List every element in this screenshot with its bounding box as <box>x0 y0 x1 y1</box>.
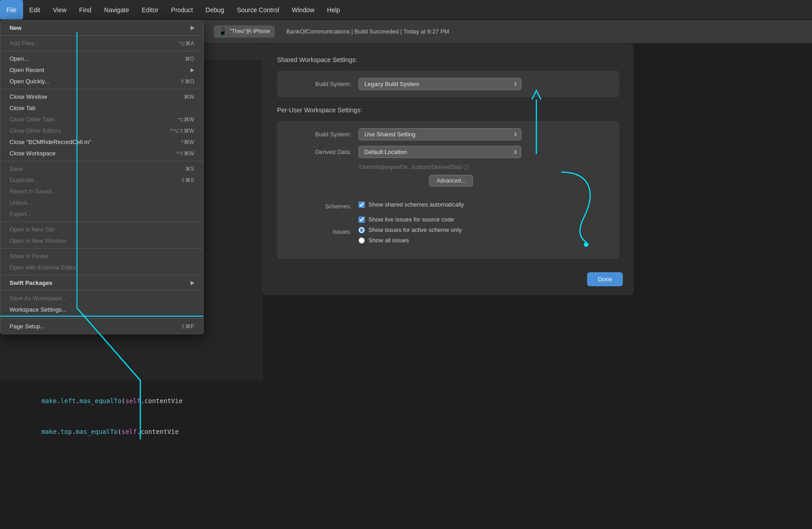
menu-item-new[interactable]: New ▶ <box>0 22 203 34</box>
menu-open-recent-label: Open Recent <box>10 67 44 73</box>
advanced-button[interactable]: Advanced... <box>429 175 473 187</box>
menubar-product-label: Product <box>171 6 193 14</box>
shared-settings-title-text: Shared Workspace Settings: <box>277 56 357 63</box>
per-user-build-system-row: Build System: Use Shared Setting Legacy … <box>288 128 608 140</box>
menubar-item-view[interactable]: View <box>47 0 73 19</box>
menu-open-new-tab-label: Open in New Tab <box>10 226 55 233</box>
advanced-button-label: Advanced... <box>437 178 465 184</box>
menu-separator-9 <box>0 318 203 319</box>
issues-live-checkbox[interactable] <box>358 216 365 223</box>
toolbar-device[interactable]: 📱 "Theo"的 iPhone <box>214 25 275 38</box>
schemes-checkbox[interactable] <box>358 202 365 208</box>
menu-item-open[interactable]: Open... ⌘O <box>0 53 203 64</box>
menubar-item-help[interactable]: Help <box>321 0 347 19</box>
per-user-build-system-label: Build System: <box>288 131 351 138</box>
shared-settings-box: Build System: Legacy Build System New Bu… <box>277 71 619 97</box>
menubar-item-source-control[interactable]: Source Control <box>230 0 285 19</box>
issues-row: Issues: Show live issues for source code… <box>288 216 608 247</box>
shared-build-system-select[interactable]: Legacy Build System New Build System (De… <box>358 78 521 90</box>
derived-data-path-text: /Users/haijunyan/De...ications/DerivedDa… <box>358 164 469 170</box>
menu-save-shortcut: ⌘S <box>185 166 194 172</box>
menu-item-close-workspace[interactable]: Close Workspace ^⇧⌘W <box>0 148 203 159</box>
menu-item-add-files[interactable]: Add Files... ⌥⌘A <box>0 38 203 49</box>
menu-save-workspace-label: Save As Workspace... <box>10 295 67 302</box>
code-line-2: make.top.mas_equalTo(self.contentVie <box>11 416 801 447</box>
menu-external-editor-label: Open with External Editor <box>10 264 76 271</box>
menu-open-recent-arrow-icon: ▶ <box>191 67 194 73</box>
menubar-item-debug[interactable]: Debug <box>199 0 230 19</box>
menu-item-save-workspace[interactable]: Save As Workspace... <box>0 293 203 304</box>
per-user-build-system-select[interactable]: Use Shared Setting Legacy Build System N… <box>358 128 521 140</box>
menu-close-file-shortcut: ^⌘W <box>181 139 194 145</box>
menu-duplicate-label: Duplicate... <box>10 177 39 183</box>
menubar-view-label: View <box>53 6 67 14</box>
issues-radio2-row: Show all issues <box>358 237 462 244</box>
menu-item-external-editor[interactable]: Open with External Editor <box>0 262 203 273</box>
done-button[interactable]: Done <box>587 272 623 286</box>
derived-data-path: /Users/haijunyan/De...ications/DerivedDa… <box>358 164 608 171</box>
issues-all-radio[interactable] <box>358 237 365 244</box>
menu-item-open-new-tab[interactable]: Open in New Tab <box>0 224 203 235</box>
menu-item-open-recent[interactable]: Open Recent ▶ <box>0 64 203 76</box>
menu-item-swift-packages[interactable]: Swift Packages ▶ <box>0 277 203 289</box>
menu-page-setup-shortcut: ⇧⌘P <box>181 323 194 330</box>
menubar: File Edit View Find Navigate Editor Prod… <box>0 0 812 20</box>
menu-item-close-tab[interactable]: Close Tab <box>0 102 203 114</box>
menu-open-quickly-label: Open Quickly... <box>10 78 49 85</box>
derived-data-wrapper: Default Location Relative Custom ⬍ <box>358 146 521 158</box>
menu-separator-1 <box>0 35 203 36</box>
menubar-item-edit[interactable]: Edit <box>23 0 47 19</box>
menu-close-window-shortcut: ⌘W <box>184 94 194 100</box>
menu-item-close-window[interactable]: Close Window ⌘W <box>0 91 203 102</box>
per-user-settings-title-text: Per-User Workspace Settings: <box>277 106 362 114</box>
menu-add-files-label: Add Files... <box>10 40 39 47</box>
menu-item-close-other-tabs[interactable]: Close Other Tabs ⌥⌘W <box>0 114 203 125</box>
menu-item-show-finder[interactable]: Show in Finder <box>0 250 203 262</box>
issues-radio1-row: Show issues for active scheme only <box>358 226 462 233</box>
issues-live-label: Show live issues for source code <box>368 216 454 223</box>
menu-item-save[interactable]: Save ⌘S <box>0 163 203 174</box>
per-user-settings-box: Build System: Use Shared Setting Legacy … <box>277 121 619 259</box>
menu-new-arrow-icon: ▶ <box>191 25 194 31</box>
derived-data-row: Derived Data: Default Location Relative … <box>288 146 608 158</box>
menu-close-workspace-shortcut: ^⇧⌘W <box>177 150 194 157</box>
menu-separator-8 <box>0 290 203 291</box>
menu-open-label: Open... <box>10 55 29 62</box>
menu-item-close-file[interactable]: Close "BCMRideRecordCell.m" ^⌘W <box>0 136 203 148</box>
menu-separator-7 <box>0 275 203 275</box>
menu-open-shortcut: ⌘O <box>185 56 194 62</box>
menubar-item-navigate[interactable]: Navigate <box>98 0 135 19</box>
menu-item-export[interactable]: Export... <box>0 208 203 220</box>
menubar-item-file[interactable]: File <box>0 0 23 19</box>
menubar-file-label: File <box>6 6 17 14</box>
derived-data-select[interactable]: Default Location Relative Custom <box>358 146 521 158</box>
menu-open-quickly-shortcut: ⇧⌘O <box>180 78 194 85</box>
menu-item-close-other-editors[interactable]: Close Other Editors ^⌥⇧⌘W <box>0 125 203 136</box>
done-button-label: Done <box>598 276 612 283</box>
menubar-edit-label: Edit <box>29 6 40 14</box>
menubar-item-product[interactable]: Product <box>165 0 199 19</box>
menu-save-label: Save <box>10 165 23 172</box>
per-user-settings-title: Per-User Workspace Settings: <box>277 106 619 114</box>
menu-item-open-quickly[interactable]: Open Quickly... ⇧⌘O <box>0 76 203 87</box>
menu-item-unlock[interactable]: Unlock... <box>0 197 203 208</box>
issues-group: Show live issues for source code Show is… <box>358 216 462 247</box>
shared-build-system-label: Build System: <box>288 81 351 87</box>
menu-separator-4 <box>0 161 203 161</box>
menu-item-duplicate[interactable]: Duplicate... ⇧⌘S <box>0 174 203 186</box>
menu-open-new-window-label: Open in New Window <box>10 237 66 244</box>
schemes-label: Schemes: <box>288 203 351 210</box>
issues-active-radio[interactable] <box>358 227 365 233</box>
menubar-item-find[interactable]: Find <box>73 0 98 19</box>
menu-item-workspace-settings[interactable]: Workspace Settings... <box>0 304 203 317</box>
menubar-item-editor[interactable]: Editor <box>135 0 165 19</box>
menu-item-revert[interactable]: Revert to Saved... <box>0 186 203 197</box>
menu-item-page-setup[interactable]: Page Setup... ⇧⌘P <box>0 321 203 332</box>
menu-item-open-new-window[interactable]: Open in New Window <box>0 235 203 246</box>
schemes-checkbox-label: Show shared schemes automatically <box>368 201 464 208</box>
shared-build-system-row: Build System: Legacy Build System New Bu… <box>288 78 608 90</box>
menubar-navigate-label: Navigate <box>104 6 129 14</box>
menubar-item-window[interactable]: Window <box>286 0 321 19</box>
issues-active-label: Show issues for active scheme only <box>368 226 462 233</box>
schemes-row: Schemes: Show shared schemes automatical… <box>288 201 608 212</box>
